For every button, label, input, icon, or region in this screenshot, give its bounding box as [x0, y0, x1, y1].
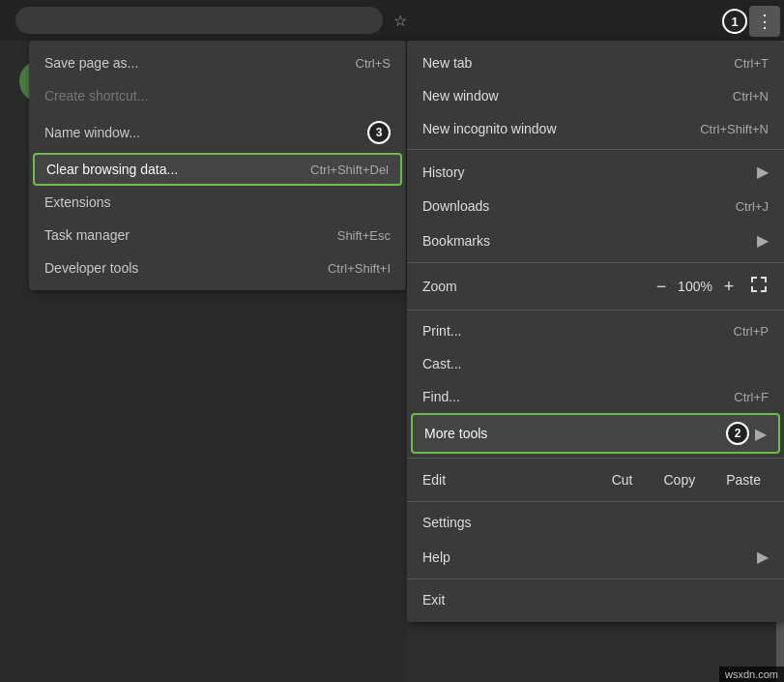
- zoom-plus-button[interactable]: +: [714, 273, 743, 300]
- submenu-extensions[interactable]: Extensions: [29, 186, 406, 219]
- edit-paste-button[interactable]: Paste: [711, 466, 776, 493]
- annotation-3: 3: [367, 121, 391, 144]
- menu-more-tools[interactable]: More tools 2 ▶: [411, 413, 780, 454]
- submenu-developer-tools[interactable]: Developer tools Ctrl+Shift+I: [29, 252, 406, 284]
- bookmark-star-icon[interactable]: ☆: [387, 7, 414, 34]
- divider-3: [407, 310, 784, 311]
- zoom-value: 100%: [676, 279, 714, 294]
- menu-cast[interactable]: Cast...: [407, 347, 784, 380]
- annotation-2: 2: [726, 422, 749, 445]
- divider-6: [407, 578, 784, 579]
- menu-downloads[interactable]: Downloads Ctrl+J: [407, 190, 784, 222]
- menu-help[interactable]: Help ▶: [407, 539, 784, 575]
- svg-rect-7: [765, 286, 767, 292]
- history-arrow-icon: ▶: [757, 163, 769, 181]
- edit-row: Edit Cut Copy Paste: [407, 462, 784, 497]
- menu-new-tab[interactable]: New tab Ctrl+T: [407, 46, 784, 79]
- browser-topbar: ☆ 1 ⋮: [0, 0, 784, 41]
- menu-new-incognito[interactable]: New incognito window Ctrl+Shift+N: [407, 112, 784, 145]
- divider-2: [407, 262, 784, 263]
- zoom-minus-button[interactable]: −: [647, 273, 676, 300]
- zoom-fullscreen-button[interactable]: [749, 275, 769, 298]
- menu-find[interactable]: Find... Ctrl+F: [407, 380, 784, 413]
- divider-5: [407, 501, 784, 502]
- svg-rect-5: [751, 286, 753, 292]
- svg-rect-1: [751, 277, 753, 282]
- bookmarks-arrow-icon: ▶: [757, 231, 769, 250]
- edit-cut-button[interactable]: Cut: [596, 466, 649, 493]
- divider-4: [407, 458, 784, 459]
- svg-rect-3: [765, 277, 767, 282]
- address-bar[interactable]: [15, 7, 383, 34]
- edit-copy-button[interactable]: Copy: [649, 466, 711, 493]
- main-menu: New tab Ctrl+T New window Ctrl+N New inc…: [407, 41, 784, 622]
- submenu-create-shortcut[interactable]: Create shortcut...: [29, 79, 406, 112]
- three-dot-button[interactable]: ⋮: [749, 6, 780, 37]
- submenu-name-window[interactable]: Name window... 3: [29, 112, 406, 153]
- submenu-save-page[interactable]: Save page as... Ctrl+S: [29, 46, 406, 79]
- menu-history[interactable]: History ▶: [407, 154, 784, 190]
- more-tools-arrow-icon: ▶: [755, 425, 767, 443]
- more-tools-submenu: Save page as... Ctrl+S Create shortcut..…: [29, 41, 406, 290]
- menu-print[interactable]: Print... Ctrl+P: [407, 314, 784, 347]
- help-arrow-icon: ▶: [757, 548, 769, 566]
- menu-bookmarks[interactable]: Bookmarks ▶: [407, 222, 784, 258]
- annotation-1: 1: [722, 9, 747, 34]
- submenu-task-manager[interactable]: Task manager Shift+Esc: [29, 219, 406, 252]
- menu-settings[interactable]: Settings: [407, 506, 784, 539]
- menu-exit[interactable]: Exit: [407, 583, 784, 616]
- divider-1: [407, 149, 784, 150]
- zoom-row: Zoom − 100% +: [407, 267, 784, 306]
- three-dot-area: 1 ⋮: [722, 6, 780, 37]
- menu-new-window[interactable]: New window Ctrl+N: [407, 79, 784, 112]
- watermark: wsxdn.com: [719, 667, 784, 682]
- submenu-clear-browsing[interactable]: Clear browsing data... Ctrl+Shift+Del: [33, 153, 402, 186]
